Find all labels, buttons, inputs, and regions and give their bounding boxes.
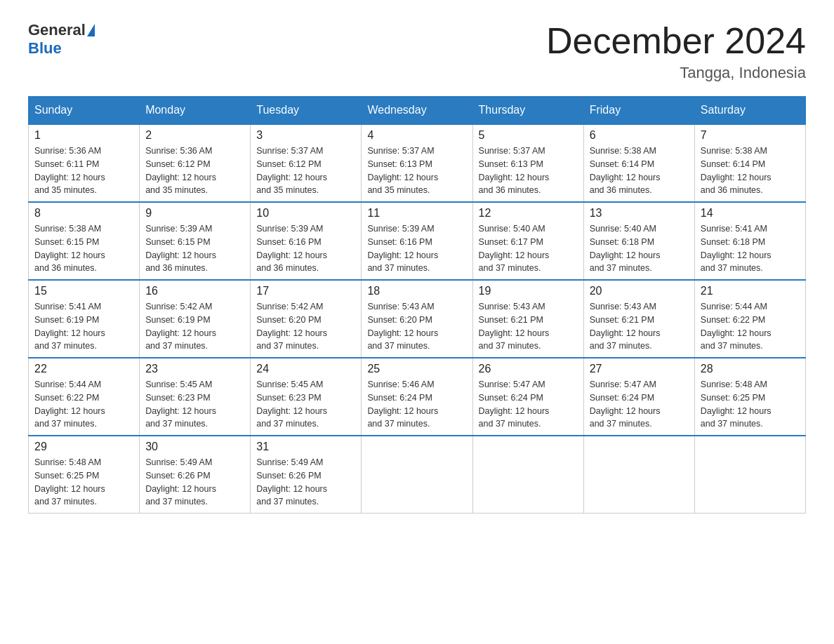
- day-number: 24: [256, 363, 355, 375]
- calendar-cell: 1Sunrise: 5:36 AMSunset: 6:11 PMDaylight…: [29, 124, 140, 202]
- calendar-cell: 24Sunrise: 5:45 AMSunset: 6:23 PMDayligh…: [251, 358, 362, 436]
- title-area: December 2024 Tangga, Indonesia: [546, 21, 806, 82]
- calendar-cell: 2Sunrise: 5:36 AMSunset: 6:12 PMDaylight…: [140, 124, 251, 202]
- logo-triangle-icon: [87, 24, 95, 36]
- day-info: Sunrise: 5:49 AMSunset: 6:26 PMDaylight:…: [145, 456, 244, 509]
- calendar-cell: 28Sunrise: 5:48 AMSunset: 6:25 PMDayligh…: [694, 358, 805, 436]
- day-info: Sunrise: 5:43 AMSunset: 6:21 PMDaylight:…: [479, 300, 578, 353]
- logo-text-general: General: [28, 21, 86, 39]
- calendar-cell: 29Sunrise: 5:48 AMSunset: 6:25 PMDayligh…: [29, 436, 140, 514]
- column-header-saturday: Saturday: [694, 97, 805, 125]
- day-info: Sunrise: 5:37 AMSunset: 6:13 PMDaylight:…: [367, 145, 466, 197]
- day-info: Sunrise: 5:36 AMSunset: 6:12 PMDaylight:…: [145, 145, 244, 197]
- calendar-cell: 22Sunrise: 5:44 AMSunset: 6:22 PMDayligh…: [29, 358, 140, 436]
- day-number: 26: [479, 363, 578, 375]
- calendar-cell: 27Sunrise: 5:47 AMSunset: 6:24 PMDayligh…: [583, 358, 694, 436]
- calendar-cell: 25Sunrise: 5:46 AMSunset: 6:24 PMDayligh…: [362, 358, 472, 436]
- day-number: 17: [256, 285, 355, 297]
- calendar-week-row: 8Sunrise: 5:38 AMSunset: 6:15 PMDaylight…: [29, 202, 806, 280]
- day-number: 12: [479, 207, 578, 220]
- day-info: Sunrise: 5:42 AMSunset: 6:19 PMDaylight:…: [145, 300, 244, 353]
- day-number: 2: [145, 129, 244, 142]
- day-info: Sunrise: 5:44 AMSunset: 6:22 PMDaylight:…: [34, 378, 133, 431]
- day-number: 23: [145, 363, 244, 375]
- calendar-table: SundayMondayTuesdayWednesdayThursdayFrid…: [28, 96, 806, 514]
- calendar-cell: [472, 436, 583, 514]
- calendar-cell: 14Sunrise: 5:41 AMSunset: 6:18 PMDayligh…: [694, 202, 805, 280]
- day-info: Sunrise: 5:39 AMSunset: 6:16 PMDaylight:…: [256, 222, 355, 275]
- calendar-cell: 13Sunrise: 5:40 AMSunset: 6:18 PMDayligh…: [583, 202, 694, 280]
- day-info: Sunrise: 5:48 AMSunset: 6:25 PMDaylight:…: [34, 456, 133, 509]
- day-number: 6: [590, 129, 689, 142]
- calendar-cell: 5Sunrise: 5:37 AMSunset: 6:13 PMDaylight…: [472, 124, 583, 202]
- day-info: Sunrise: 5:37 AMSunset: 6:13 PMDaylight:…: [479, 145, 578, 197]
- column-header-friday: Friday: [583, 97, 694, 125]
- day-info: Sunrise: 5:37 AMSunset: 6:12 PMDaylight:…: [256, 145, 355, 197]
- calendar-cell: 15Sunrise: 5:41 AMSunset: 6:19 PMDayligh…: [29, 280, 140, 358]
- calendar-cell: 19Sunrise: 5:43 AMSunset: 6:21 PMDayligh…: [472, 280, 583, 358]
- calendar-cell: 7Sunrise: 5:38 AMSunset: 6:14 PMDaylight…: [694, 124, 805, 202]
- day-info: Sunrise: 5:39 AMSunset: 6:15 PMDaylight:…: [145, 222, 244, 275]
- day-number: 5: [479, 129, 578, 142]
- day-info: Sunrise: 5:38 AMSunset: 6:14 PMDaylight:…: [590, 145, 689, 197]
- day-info: Sunrise: 5:46 AMSunset: 6:24 PMDaylight:…: [367, 378, 466, 431]
- day-info: Sunrise: 5:36 AMSunset: 6:11 PMDaylight:…: [34, 145, 133, 197]
- day-info: Sunrise: 5:45 AMSunset: 6:23 PMDaylight:…: [145, 378, 244, 431]
- calendar-cell: 10Sunrise: 5:39 AMSunset: 6:16 PMDayligh…: [251, 202, 362, 280]
- calendar-cell: 21Sunrise: 5:44 AMSunset: 6:22 PMDayligh…: [694, 280, 805, 358]
- day-number: 25: [367, 363, 466, 375]
- day-info: Sunrise: 5:48 AMSunset: 6:25 PMDaylight:…: [701, 378, 800, 431]
- calendar-cell: 30Sunrise: 5:49 AMSunset: 6:26 PMDayligh…: [140, 436, 251, 514]
- calendar-cell: 8Sunrise: 5:38 AMSunset: 6:15 PMDaylight…: [29, 202, 140, 280]
- calendar-week-row: 1Sunrise: 5:36 AMSunset: 6:11 PMDaylight…: [29, 124, 806, 202]
- day-info: Sunrise: 5:49 AMSunset: 6:26 PMDaylight:…: [256, 456, 355, 509]
- calendar-week-row: 29Sunrise: 5:48 AMSunset: 6:25 PMDayligh…: [29, 436, 806, 514]
- day-number: 1: [34, 129, 133, 142]
- calendar-title: December 2024: [546, 21, 806, 61]
- calendar-cell: 9Sunrise: 5:39 AMSunset: 6:15 PMDaylight…: [140, 202, 251, 280]
- calendar-header-row: SundayMondayTuesdayWednesdayThursdayFrid…: [29, 97, 806, 125]
- day-info: Sunrise: 5:43 AMSunset: 6:21 PMDaylight:…: [590, 300, 689, 353]
- column-header-thursday: Thursday: [472, 97, 583, 125]
- calendar-cell: 6Sunrise: 5:38 AMSunset: 6:14 PMDaylight…: [583, 124, 694, 202]
- day-info: Sunrise: 5:47 AMSunset: 6:24 PMDaylight:…: [479, 378, 578, 431]
- calendar-cell: [362, 436, 472, 514]
- day-info: Sunrise: 5:44 AMSunset: 6:22 PMDaylight:…: [701, 300, 800, 353]
- day-number: 8: [34, 207, 133, 220]
- calendar-week-row: 22Sunrise: 5:44 AMSunset: 6:22 PMDayligh…: [29, 358, 806, 436]
- column-header-wednesday: Wednesday: [362, 97, 472, 125]
- day-number: 30: [145, 441, 244, 453]
- day-number: 13: [590, 207, 689, 220]
- calendar-week-row: 15Sunrise: 5:41 AMSunset: 6:19 PMDayligh…: [29, 280, 806, 358]
- calendar-cell: 26Sunrise: 5:47 AMSunset: 6:24 PMDayligh…: [472, 358, 583, 436]
- day-number: 19: [479, 285, 578, 297]
- day-number: 28: [701, 363, 800, 375]
- day-info: Sunrise: 5:38 AMSunset: 6:15 PMDaylight:…: [34, 222, 133, 275]
- day-number: 27: [590, 363, 689, 375]
- day-number: 15: [34, 285, 133, 297]
- day-info: Sunrise: 5:40 AMSunset: 6:17 PMDaylight:…: [479, 222, 578, 275]
- day-info: Sunrise: 5:42 AMSunset: 6:20 PMDaylight:…: [256, 300, 355, 353]
- day-number: 9: [145, 207, 244, 220]
- day-number: 18: [367, 285, 466, 297]
- day-number: 16: [145, 285, 244, 297]
- column-header-sunday: Sunday: [29, 97, 140, 125]
- calendar-cell: 17Sunrise: 5:42 AMSunset: 6:20 PMDayligh…: [251, 280, 362, 358]
- calendar-cell: 23Sunrise: 5:45 AMSunset: 6:23 PMDayligh…: [140, 358, 251, 436]
- calendar-cell: 3Sunrise: 5:37 AMSunset: 6:12 PMDaylight…: [251, 124, 362, 202]
- day-number: 4: [367, 129, 466, 142]
- column-header-tuesday: Tuesday: [251, 97, 362, 125]
- day-info: Sunrise: 5:45 AMSunset: 6:23 PMDaylight:…: [256, 378, 355, 431]
- day-number: 22: [34, 363, 133, 375]
- day-number: 14: [701, 207, 800, 220]
- day-info: Sunrise: 5:43 AMSunset: 6:20 PMDaylight:…: [367, 300, 466, 353]
- day-number: 7: [701, 129, 800, 142]
- calendar-cell: 18Sunrise: 5:43 AMSunset: 6:20 PMDayligh…: [362, 280, 472, 358]
- day-number: 31: [256, 441, 355, 453]
- page-header: General Blue December 2024 Tangga, Indon…: [28, 21, 806, 82]
- column-header-monday: Monday: [140, 97, 251, 125]
- calendar-subtitle: Tangga, Indonesia: [546, 64, 806, 82]
- calendar-cell: 12Sunrise: 5:40 AMSunset: 6:17 PMDayligh…: [472, 202, 583, 280]
- calendar-cell: 4Sunrise: 5:37 AMSunset: 6:13 PMDaylight…: [362, 124, 472, 202]
- calendar-cell: [694, 436, 805, 514]
